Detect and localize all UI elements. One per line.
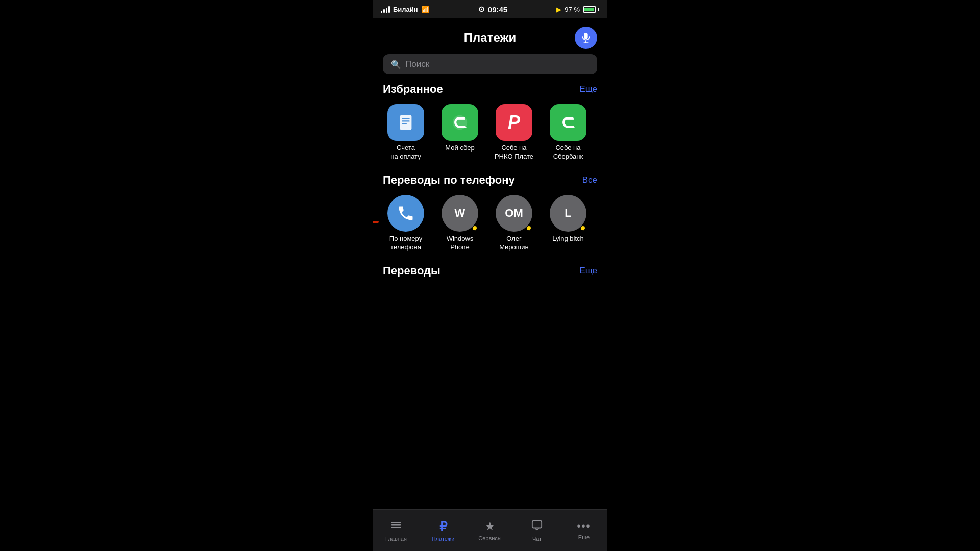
search-icon: 🔍 bbox=[391, 60, 401, 69]
transfer-icon-lying: L bbox=[550, 195, 586, 232]
favorites-header: Избранное Еще bbox=[383, 83, 597, 96]
transfers-phone-section: Переводы по телефону Все По номерутелефо… bbox=[373, 173, 607, 264]
transfer-item-bynumber[interactable]: По номерутелефона bbox=[383, 195, 429, 252]
transfers-title: Переводы bbox=[383, 264, 440, 278]
nav-icon-services: ★ bbox=[485, 520, 495, 533]
transfer-item-lying[interactable]: L Lying bitch bbox=[545, 195, 591, 243]
location-icon: ▶ bbox=[556, 6, 561, 13]
transfer-icon-phone bbox=[387, 195, 424, 232]
main-content: Платежи 🔍 Поиск Избранное Еще bbox=[373, 18, 607, 509]
favorites-section: Избранное Еще Счетана оплату bbox=[373, 83, 607, 173]
nav-icon-more: ••• bbox=[577, 520, 591, 532]
transfer-icon-oleg: ОМ bbox=[496, 195, 532, 232]
transfer-label-lying: Lying bitch bbox=[552, 235, 584, 243]
signal-bar-1 bbox=[381, 11, 382, 13]
fav-label-rnko: Себе наРНКО Плате bbox=[495, 144, 533, 161]
fav-icon-mysber bbox=[442, 104, 478, 141]
fav-item-sber[interactable]: Себе наСбербанк bbox=[545, 104, 591, 161]
svg-rect-5 bbox=[391, 522, 401, 523]
wifi-icon: 📶 bbox=[421, 6, 429, 13]
fav-label-mysber: Мой сбер bbox=[445, 144, 474, 153]
nav-icon-payments: ₽ bbox=[439, 519, 447, 534]
nav-label-more: Еще bbox=[578, 534, 590, 540]
svg-rect-7 bbox=[391, 527, 401, 528]
fav-icon-schet bbox=[387, 104, 424, 141]
transfers-more-link[interactable]: Еще bbox=[579, 266, 597, 276]
nav-icon-home bbox=[390, 519, 402, 534]
fav-icon-rnko: P bbox=[496, 104, 532, 141]
bottom-nav: Главная ₽ Платежи ★ Сервисы Чат ••• Еще bbox=[373, 509, 607, 551]
search-bar[interactable]: 🔍 Поиск bbox=[383, 54, 597, 74]
favorites-more-link[interactable]: Еще bbox=[579, 84, 597, 94]
page-title: Платежи bbox=[405, 31, 575, 45]
fav-item-mysber[interactable]: Мой сбер bbox=[437, 104, 483, 153]
nav-item-more[interactable]: ••• Еще bbox=[560, 510, 607, 551]
transfers-phone-title: Переводы по телефону bbox=[383, 173, 515, 187]
online-dot-lying bbox=[580, 226, 585, 231]
transfers-phone-header: Переводы по телефону Все bbox=[383, 173, 597, 187]
transfer-label-windows: WindowsPhone bbox=[447, 235, 474, 252]
svg-rect-1 bbox=[402, 118, 409, 119]
battery-icon bbox=[583, 6, 599, 13]
status-bar: Билайн 📶 ⊙ 09:45 ▶ 97 % bbox=[373, 0, 607, 18]
mic-button[interactable] bbox=[575, 27, 597, 49]
transfer-icon-windows: W bbox=[442, 195, 478, 232]
phone-screen: Билайн 📶 ⊙ 09:45 ▶ 97 % Платежи bbox=[373, 0, 607, 551]
transfer-item-windows[interactable]: W WindowsPhone bbox=[437, 195, 483, 252]
signal-bars bbox=[381, 6, 390, 13]
svg-rect-0 bbox=[400, 115, 412, 130]
fav-item-rnko[interactable]: P Себе наРНКО Плате bbox=[491, 104, 537, 161]
fav-label-sber: Себе наСбербанк bbox=[553, 144, 583, 161]
transfers-phone-all-link[interactable]: Все bbox=[582, 175, 597, 185]
svg-rect-2 bbox=[402, 120, 409, 121]
online-dot-oleg bbox=[526, 226, 531, 231]
signal-bar-2 bbox=[383, 9, 385, 13]
red-arrow-annotation bbox=[373, 214, 383, 230]
transfers-header: Переводы Еще bbox=[383, 264, 597, 278]
transfers-section: Переводы Еще bbox=[373, 264, 607, 298]
fav-icon-sber bbox=[550, 104, 586, 141]
transfer-item-oleg[interactable]: ОМ ОлегМирошин bbox=[491, 195, 537, 252]
nav-item-chat[interactable]: Чат bbox=[513, 510, 560, 551]
svg-rect-3 bbox=[402, 123, 407, 124]
nav-label-payments: Платежи bbox=[432, 536, 455, 542]
nav-icon-chat bbox=[531, 519, 543, 534]
svg-rect-6 bbox=[391, 524, 401, 525]
favorites-title: Избранное bbox=[383, 83, 443, 96]
nav-label-home: Главная bbox=[385, 536, 407, 542]
transfers-icons-row: По номерутелефона W WindowsPhone ОМ bbox=[383, 195, 597, 252]
status-left: Билайн 📶 bbox=[381, 6, 429, 13]
transfer-label-bynumber: По номерутелефона bbox=[389, 235, 422, 252]
signal-bar-4 bbox=[388, 6, 390, 13]
nav-item-services[interactable]: ★ Сервисы bbox=[467, 510, 513, 551]
status-time: ⊙ 09:45 bbox=[478, 5, 507, 14]
nav-label-services: Сервисы bbox=[478, 535, 502, 541]
nav-label-chat: Чат bbox=[532, 536, 542, 542]
carrier-name: Билайн bbox=[393, 6, 418, 13]
transfer-label-oleg: ОлегМирошин bbox=[499, 235, 528, 252]
favorites-icons-row: Счетана оплату Мой сбер bbox=[383, 104, 597, 161]
page-header: Платежи bbox=[373, 18, 607, 54]
svg-rect-8 bbox=[532, 520, 542, 528]
search-placeholder: Поиск bbox=[405, 59, 429, 69]
time-icon: ⊙ bbox=[478, 5, 485, 14]
signal-bar-3 bbox=[386, 8, 387, 13]
fav-item-schet[interactable]: Счетана оплату bbox=[383, 104, 429, 161]
status-right: ▶ 97 % bbox=[556, 6, 599, 13]
fav-label-schet: Счетана оплату bbox=[390, 144, 421, 161]
nav-item-home[interactable]: Главная bbox=[373, 510, 420, 551]
nav-item-payments[interactable]: ₽ Платежи bbox=[420, 510, 467, 551]
online-dot-windows bbox=[472, 226, 477, 231]
